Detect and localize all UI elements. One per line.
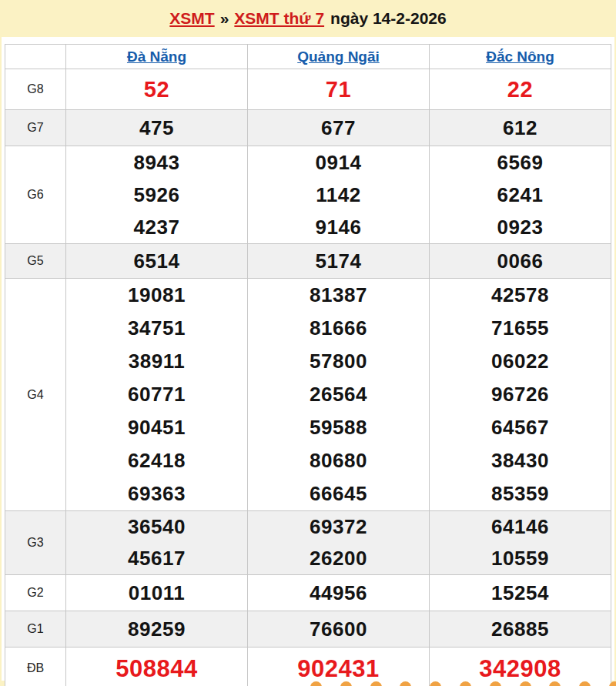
result-value: 90451: [66, 411, 247, 444]
province-link-da-nang[interactable]: Đà Nẵng: [127, 49, 186, 65]
result-value: 42578: [430, 279, 611, 312]
result-value: 475: [66, 118, 247, 138]
result-value: 508844: [66, 657, 247, 681]
result-value: 26200: [248, 543, 429, 574]
result-value: 0914: [248, 146, 429, 179]
results-table: Đà Nẵng Quảng Ngãi Đắc Nông G8527122G747…: [5, 44, 611, 686]
result-value: 9146: [248, 211, 429, 243]
result-cell: 81387816665780026564595888068066645: [248, 279, 430, 511]
prize-label: G7: [5, 110, 66, 146]
province-link-quang-ngai[interactable]: Quảng Ngãi: [297, 49, 380, 65]
result-value: 44956: [248, 583, 429, 603]
result-cell: 71: [248, 69, 430, 110]
result-cell: 612: [430, 110, 611, 146]
column-header-da-nang: Đà Nẵng: [66, 45, 248, 69]
result-cell: 6937226200: [248, 511, 430, 575]
result-value: 62418: [66, 444, 247, 477]
result-value: 38430: [430, 444, 611, 477]
prize-label: G1: [5, 611, 66, 648]
table-row-g3: G3365404561769372262006414610559: [5, 511, 611, 575]
result-cell: 091411429146: [248, 146, 430, 244]
result-value: 38911: [66, 345, 247, 378]
result-value: 0923: [430, 211, 611, 243]
result-value: 902431: [248, 657, 429, 681]
result-value: 81387: [248, 279, 429, 312]
result-value: 5926: [66, 179, 247, 211]
result-cell: 677: [248, 110, 430, 146]
result-value: 64146: [430, 511, 611, 543]
result-cell: 19081347513891160771904516241869363: [66, 279, 248, 511]
result-value: 6514: [66, 251, 247, 271]
result-value: 71655: [430, 312, 611, 345]
prize-label: G8: [5, 69, 66, 110]
result-value: 36540: [66, 511, 247, 543]
result-value: 612: [430, 118, 611, 138]
result-cell: 26885: [430, 611, 611, 648]
table-row-g8: G8527122: [5, 69, 611, 110]
result-cell: 475: [66, 110, 248, 146]
table-header-row: Đà Nẵng Quảng Ngãi Đắc Nông: [5, 45, 611, 69]
result-value: 6241: [430, 179, 611, 211]
result-value: 342908: [430, 657, 611, 681]
prize-label: G5: [5, 244, 66, 279]
result-value: 5174: [248, 251, 429, 271]
prize-label: G6: [5, 146, 66, 244]
corner-cell: [5, 45, 66, 69]
result-cell: 894359264237: [66, 146, 248, 244]
result-value: 57800: [248, 345, 429, 378]
result-cell: 6414610559: [430, 511, 611, 575]
lotto-ball-icon: [370, 681, 382, 686]
result-value: 26885: [430, 619, 611, 639]
result-cell: 508844: [66, 648, 248, 686]
result-value: 8943: [66, 146, 247, 179]
table-row-g5: G5651451740066: [5, 244, 611, 279]
result-value: 81666: [248, 312, 429, 345]
result-value: 60771: [66, 378, 247, 411]
result-cell: 6514: [66, 244, 248, 279]
result-cell: 656962410923: [430, 146, 611, 244]
result-value: 59588: [248, 411, 429, 444]
result-value: 06022: [430, 345, 611, 378]
table-row-g7: G7475677612: [5, 110, 611, 146]
column-header-dac-nong: Đắc Nông: [430, 45, 611, 69]
prize-label: G4: [5, 279, 66, 511]
table-row-đb: ĐB508844902431342908: [5, 648, 611, 686]
result-value: 76600: [248, 619, 429, 639]
result-value: 01011: [66, 583, 247, 603]
result-value: 4237: [66, 211, 247, 243]
result-value: 34751: [66, 312, 247, 345]
prize-label: ĐB: [5, 648, 66, 686]
result-cell: 52: [66, 69, 248, 110]
result-cell: 42578716550602296726645673843085359: [430, 279, 611, 511]
result-cell: 342908: [430, 648, 611, 686]
table-row-g6: G6894359264237091411429146656962410923: [5, 146, 611, 244]
result-value: 677: [248, 118, 429, 138]
result-cell: 902431: [248, 648, 430, 686]
result-value: 80680: [248, 444, 429, 477]
result-cell: 3654045617: [66, 511, 248, 575]
result-value: 89259: [66, 619, 247, 639]
draw-date: ngày 14-2-2026: [330, 9, 447, 28]
results-tbody: G8527122G7475677612G68943592642370914114…: [5, 69, 611, 686]
table-row-g1: G1892597660026885: [5, 611, 611, 648]
result-cell: 22: [430, 69, 611, 110]
result-cell: 44956: [248, 575, 430, 611]
result-value: 0066: [430, 251, 611, 271]
breadcrumb-link-xsmt[interactable]: XSMT: [169, 9, 214, 28]
result-cell: 76600: [248, 611, 430, 648]
province-link-dac-nong[interactable]: Đắc Nông: [486, 49, 554, 65]
prize-label: G2: [5, 575, 66, 611]
lotto-ball-icon: [520, 681, 531, 686]
result-cell: 89259: [66, 611, 248, 648]
prize-label: G3: [5, 511, 66, 575]
table-row-g2: G2010114495615254: [5, 575, 611, 611]
result-cell: 01011: [66, 575, 248, 611]
result-value: 19081: [66, 279, 247, 312]
breadcrumb-link-day[interactable]: XSMT thứ 7: [234, 9, 324, 28]
title-bar: XSMT » XSMT thứ 7 ngày 14-2-2026: [0, 0, 616, 37]
result-value: 64567: [430, 411, 611, 444]
result-value: 22: [430, 79, 611, 101]
result-value: 6569: [430, 146, 611, 179]
result-value: 45617: [66, 543, 247, 574]
table-row-g4: G419081347513891160771904516241869363813…: [5, 279, 611, 511]
